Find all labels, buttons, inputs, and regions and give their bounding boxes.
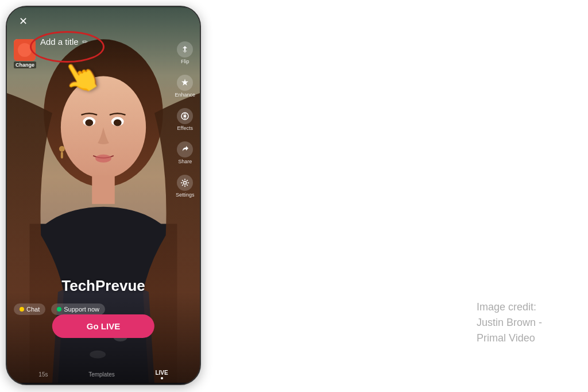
image-credit-text: Image credit:Justin Brown -Primal Video [477, 301, 542, 344]
settings-button[interactable]: Settings [176, 175, 195, 198]
phone-mockup: ✕ Change Add a title ✏ 👆 [6, 6, 201, 385]
flip-icon [177, 41, 193, 57]
settings-label: Settings [176, 192, 195, 198]
go-live-button[interactable]: Go LIVE [52, 314, 154, 338]
effects-label: Effects [177, 125, 193, 131]
bottom-navigation: 15s Templates LIVE [7, 370, 200, 379]
support-dot [57, 307, 61, 312]
enhance-icon [177, 75, 193, 91]
edit-icon: ✏ [82, 38, 88, 46]
flip-label: Flip [181, 59, 189, 64]
effects-button[interactable]: Effects [177, 108, 193, 131]
svg-point-21 [184, 182, 187, 185]
svg-point-8 [95, 155, 111, 163]
bottom-action-bar: Chat Support now [7, 303, 200, 315]
support-button[interactable]: Support now [51, 303, 105, 315]
close-button[interactable]: ✕ [15, 13, 31, 29]
effects-icon [177, 108, 193, 124]
top-bar: ✕ [7, 7, 200, 36]
svg-point-7 [114, 120, 122, 126]
page-container: ✕ Change Add a title ✏ 👆 [0, 0, 588, 392]
enhance-label: Enhance [175, 92, 195, 98]
channel-name: TechPrevue [7, 277, 200, 295]
svg-point-15 [59, 146, 65, 152]
nav-item-templates[interactable]: Templates [88, 371, 115, 378]
chat-dot [20, 307, 24, 312]
nav-label-templates: Templates [88, 371, 115, 378]
chat-button[interactable]: Chat [14, 303, 45, 315]
image-credit: Image credit:Justin Brown -Primal Video [477, 299, 542, 346]
settings-icon [177, 175, 193, 191]
share-icon [177, 141, 193, 157]
svg-point-5 [85, 120, 93, 126]
thumbnail-label[interactable]: Change [14, 62, 36, 68]
title-area[interactable]: Add a title ✏ [15, 37, 88, 47]
enhance-button[interactable]: Enhance [175, 75, 195, 98]
nav-active-dot [161, 377, 163, 379]
share-button[interactable]: Share [177, 141, 193, 164]
nav-label-15s: 15s [38, 371, 48, 378]
svg-rect-16 [61, 152, 63, 159]
right-sidebar: Flip Enhance [175, 41, 195, 198]
svg-rect-9 [92, 175, 115, 203]
nav-item-15s[interactable]: 15s [38, 371, 48, 378]
title-text: Add a title [40, 37, 79, 47]
chat-label: Chat [26, 306, 40, 313]
share-label: Share [178, 159, 192, 164]
nav-label-live: LIVE [155, 370, 168, 376]
nav-item-live[interactable]: LIVE [155, 370, 168, 379]
flip-button[interactable]: Flip [177, 41, 193, 64]
support-label: Support now [64, 306, 99, 313]
